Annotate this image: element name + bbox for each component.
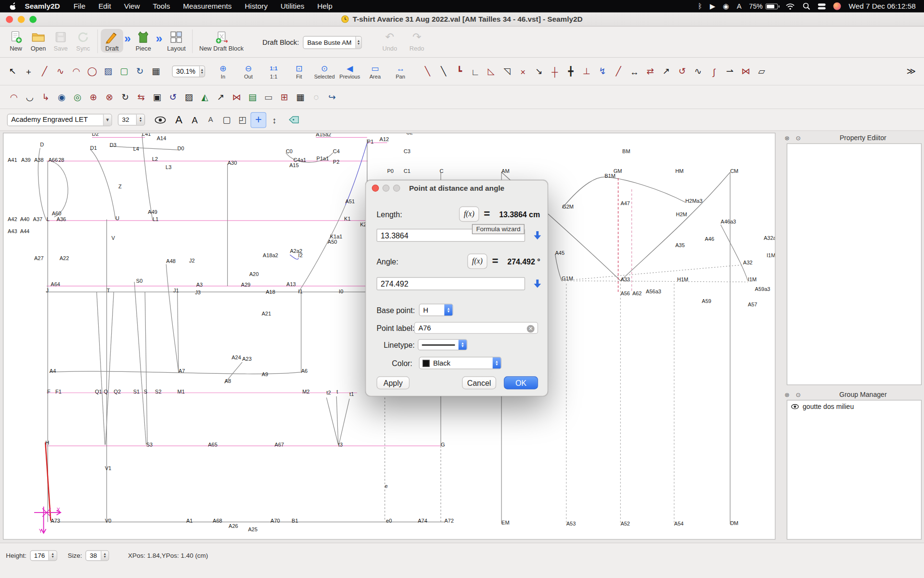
spline-box-tool[interactable]: ◰: [234, 112, 250, 128]
rounded-rect-tool[interactable]: ▢: [218, 112, 234, 128]
play-icon[interactable]: ▶: [710, 2, 715, 10]
font-size-input[interactable]: 32 ▲▼: [118, 114, 145, 125]
point-of-contact-tool[interactable]: ×: [515, 64, 531, 79]
group-tool[interactable]: ▤: [244, 89, 260, 105]
zoom-previous-button[interactable]: ◀Previous: [338, 63, 362, 79]
zoom-one-to-one-button[interactable]: 1:11:1: [262, 63, 286, 79]
menu-history[interactable]: History: [238, 2, 274, 10]
midpoint-tool[interactable]: ↔: [627, 64, 642, 79]
arc-tool[interactable]: ◠: [68, 64, 84, 79]
rubber-band-zoom-tool[interactable]: ▢: [116, 64, 132, 79]
new-button[interactable]: New: [5, 29, 27, 53]
intersect-circles-tool[interactable]: ⊗: [102, 89, 117, 105]
font-size-stepper[interactable]: ▲▼: [136, 115, 144, 125]
move-tool[interactable]: ⋈: [738, 64, 754, 79]
zoom-stepper[interactable]: ▲▼: [199, 66, 204, 77]
point-label-input[interactable]: A76 ✕: [414, 322, 538, 334]
intersect-arcs-tool[interactable]: ⇄: [642, 64, 658, 79]
parallelogram-tool[interactable]: ▱: [754, 64, 770, 79]
menu-clock[interactable]: Wed 7 Dec 06:12:58: [849, 2, 916, 10]
image-tool[interactable]: ▦: [292, 89, 308, 105]
height-stepper[interactable]: ▲▼: [49, 551, 57, 561]
control-center-icon[interactable]: [818, 3, 826, 9]
property-editor-body[interactable]: [787, 144, 922, 385]
union-tool[interactable]: ⋈: [229, 89, 244, 105]
battery-icon[interactable]: 75%: [749, 3, 778, 10]
shoulder-point-tool[interactable]: ◹: [499, 64, 515, 79]
mirror-tool[interactable]: ◭: [197, 89, 213, 105]
line-between-points-tool[interactable]: ╲: [436, 64, 451, 79]
float-panel-icon[interactable]: ⊙: [795, 391, 802, 397]
size-stepper[interactable]: ▲▼: [101, 551, 109, 561]
curve-length-tool[interactable]: ↳: [38, 89, 53, 105]
toolbar-overflow-chevron[interactable]: ≫: [907, 66, 920, 77]
height-measure-tool[interactable]: ↕: [266, 112, 282, 128]
base-point-stepper[interactable]: ▲▼: [444, 304, 452, 315]
font-family-select[interactable]: Academy Engraved LET ▼: [7, 114, 112, 126]
flipping-tool[interactable]: ⇀: [722, 64, 738, 79]
menu-tools[interactable]: Tools: [146, 2, 177, 10]
angle-formula-input[interactable]: [376, 277, 525, 290]
bluetooth-icon[interactable]: ᛒ: [698, 2, 702, 10]
length-expand-arrow-icon[interactable]: [531, 229, 544, 242]
swap-tool[interactable]: ⇆: [133, 89, 149, 105]
export-tool[interactable]: ↗: [213, 89, 229, 105]
length-formula-button[interactable]: f(x): [459, 207, 479, 222]
arc-radius-tool[interactable]: ◠: [6, 89, 22, 105]
line-intersect-tool[interactable]: ╱: [611, 64, 627, 79]
add-point-tool[interactable]: +: [21, 64, 37, 79]
pan-button[interactable]: ↔Pan: [388, 63, 412, 79]
menu-utilities[interactable]: Utilities: [274, 2, 311, 10]
close-panel-icon[interactable]: ⊗: [783, 391, 791, 397]
group-manager-body[interactable]: goutte dos milieu: [787, 400, 922, 539]
height-point-tool[interactable]: ╋: [563, 64, 578, 79]
group-visibility-eye-icon[interactable]: [791, 404, 799, 409]
spline-surface-tool[interactable]: ▨: [100, 64, 116, 79]
piece-button[interactable]: Piece: [132, 29, 154, 53]
height-select[interactable]: 176 ▲▼: [30, 550, 57, 561]
circle-tool[interactable]: ◉: [53, 89, 69, 105]
hatch-tool[interactable]: ▨: [181, 89, 197, 105]
text-tool-large[interactable]: A: [171, 112, 187, 128]
dashed-circle-tool[interactable]: ◎: [69, 89, 85, 105]
rotation-origin-tool[interactable]: ↺: [165, 89, 181, 105]
export-layout-tool[interactable]: ↪: [324, 89, 340, 105]
menu-help[interactable]: Help: [311, 2, 339, 10]
zoom-out-button[interactable]: ⊖Out: [236, 63, 260, 79]
ellipse-tool[interactable]: ◯: [84, 64, 100, 79]
angle-expand-arrow-icon[interactable]: [531, 277, 544, 290]
draft-button[interactable]: Draft: [101, 29, 123, 53]
close-panel-icon[interactable]: ⊗: [783, 135, 791, 141]
rotate-objects-tool[interactable]: ↻: [117, 89, 133, 105]
normal-point-tool[interactable]: ⊥: [578, 64, 594, 79]
tangent-point-tool[interactable]: ↗: [658, 64, 674, 79]
linetype-stepper[interactable]: ▲▼: [459, 340, 467, 350]
arc-two-points-tool[interactable]: ◡: [22, 89, 38, 105]
new-draft-block-button[interactable]: New Draft Block: [196, 29, 247, 53]
zoom-fit-button[interactable]: ⊡Fit: [287, 63, 311, 79]
spotlight-search-icon[interactable]: [803, 2, 810, 10]
point-along-line-tool[interactable]: ┗: [451, 64, 467, 79]
perpendicular-point-tool[interactable]: ∟: [467, 64, 483, 79]
intersect-circle-tangent-tool[interactable]: ⊕: [86, 89, 102, 105]
insert-node-tool[interactable]: ▭: [260, 89, 276, 105]
curve-tool[interactable]: ∿: [52, 64, 68, 79]
cubic-bezier-tool[interactable]: ∫: [706, 64, 722, 79]
zoom-in-button[interactable]: ⊕In: [211, 63, 235, 79]
point-at-distance-angle-tool[interactable]: ╲: [420, 64, 436, 79]
apply-button[interactable]: Apply: [376, 376, 410, 389]
menu-file[interactable]: File: [67, 2, 92, 10]
show-point-names-eye-icon[interactable]: [154, 116, 166, 124]
text-tool-small[interactable]: A: [203, 112, 218, 128]
true-darts-tool[interactable]: ▣: [149, 89, 165, 105]
tile-windows-tool[interactable]: ▦: [148, 64, 164, 79]
zoom-selected-button[interactable]: ⊙Selected: [312, 63, 336, 79]
cancel-button[interactable]: Cancel: [462, 376, 496, 389]
size-select[interactable]: 38 ▲▼: [86, 550, 109, 561]
input-source-icon[interactable]: A: [737, 2, 742, 10]
point-intersect-xy-tool[interactable]: ┼: [547, 64, 563, 79]
text-tool-medium[interactable]: A: [187, 112, 203, 128]
wifi-icon[interactable]: [786, 3, 796, 10]
line-tool[interactable]: ╱: [37, 64, 52, 79]
apple-menu-icon[interactable]: [8, 2, 16, 11]
